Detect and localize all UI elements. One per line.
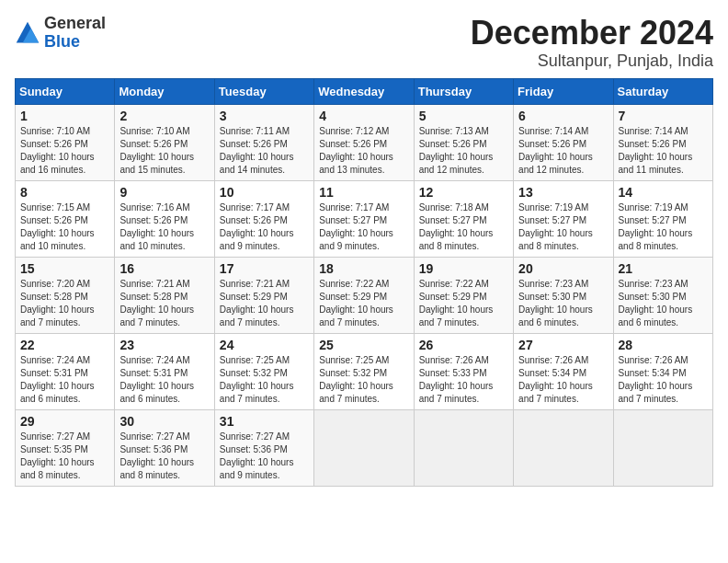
day-number: 7 <box>619 109 708 123</box>
day-info: Sunrise: 7:27 AM Sunset: 5:36 PM Dayligh… <box>220 431 294 480</box>
calendar-cell: 26 Sunrise: 7:26 AM Sunset: 5:33 PM Dayl… <box>414 333 513 409</box>
day-info: Sunrise: 7:14 AM Sunset: 5:26 PM Dayligh… <box>619 126 693 175</box>
calendar-cell: 14 Sunrise: 7:19 AM Sunset: 5:27 PM Dayl… <box>613 180 712 257</box>
day-number: 16 <box>119 261 209 276</box>
day-info: Sunrise: 7:11 AM Sunset: 5:26 PM Dayligh… <box>220 126 294 175</box>
title-area: December 2024 Sultanpur, Punjab, India <box>471 15 713 71</box>
day-info: Sunrise: 7:21 AM Sunset: 5:29 PM Dayligh… <box>220 279 294 327</box>
weekday-header-sunday: Sunday <box>16 78 115 104</box>
day-info: Sunrise: 7:27 AM Sunset: 5:35 PM Dayligh… <box>20 431 95 480</box>
logo-icon <box>15 20 40 46</box>
calendar-cell: 16 Sunrise: 7:21 AM Sunset: 5:28 PM Dayl… <box>115 257 214 333</box>
day-info: Sunrise: 7:21 AM Sunset: 5:28 PM Dayligh… <box>119 279 194 327</box>
day-number: 22 <box>20 338 109 352</box>
calendar-cell: 15 Sunrise: 7:20 AM Sunset: 5:28 PM Dayl… <box>16 257 115 333</box>
weekday-header-monday: Monday <box>115 78 214 104</box>
week-row-2: 8 Sunrise: 7:15 AM Sunset: 5:26 PM Dayli… <box>16 180 713 257</box>
week-row-5: 29 Sunrise: 7:27 AM Sunset: 5:35 PM Dayl… <box>16 409 713 486</box>
location-title: Sultanpur, Punjab, India <box>471 52 713 71</box>
calendar-cell <box>414 409 513 486</box>
day-info: Sunrise: 7:20 AM Sunset: 5:28 PM Dayligh… <box>20 279 95 327</box>
calendar-cell: 25 Sunrise: 7:25 AM Sunset: 5:32 PM Dayl… <box>314 333 414 409</box>
weekday-header-saturday: Saturday <box>613 78 712 104</box>
day-info: Sunrise: 7:17 AM Sunset: 5:27 PM Dayligh… <box>319 202 393 251</box>
day-number: 20 <box>518 261 608 276</box>
calendar-cell: 1 Sunrise: 7:10 AM Sunset: 5:26 PM Dayli… <box>16 104 115 180</box>
logo: General Blue <box>15 15 106 52</box>
day-info: Sunrise: 7:16 AM Sunset: 5:26 PM Dayligh… <box>119 202 194 251</box>
logo-blue: Blue <box>44 33 106 52</box>
calendar-cell: 10 Sunrise: 7:17 AM Sunset: 5:26 PM Dayl… <box>214 180 313 257</box>
calendar-cell <box>514 409 613 486</box>
calendar-cell: 13 Sunrise: 7:19 AM Sunset: 5:27 PM Dayl… <box>514 180 613 257</box>
day-number: 30 <box>119 414 209 429</box>
day-info: Sunrise: 7:24 AM Sunset: 5:31 PM Dayligh… <box>20 355 95 404</box>
day-number: 3 <box>220 109 309 123</box>
month-title: December 2024 <box>471 15 713 52</box>
calendar-cell: 31 Sunrise: 7:27 AM Sunset: 5:36 PM Dayl… <box>214 409 313 486</box>
day-number: 1 <box>20 109 109 123</box>
week-row-1: 1 Sunrise: 7:10 AM Sunset: 5:26 PM Dayli… <box>16 104 713 180</box>
weekday-header-tuesday: Tuesday <box>214 78 313 104</box>
calendar-cell: 23 Sunrise: 7:24 AM Sunset: 5:31 PM Dayl… <box>115 333 214 409</box>
calendar-cell: 5 Sunrise: 7:13 AM Sunset: 5:26 PM Dayli… <box>414 104 513 180</box>
day-number: 12 <box>419 185 508 200</box>
calendar-cell: 29 Sunrise: 7:27 AM Sunset: 5:35 PM Dayl… <box>16 409 115 486</box>
day-number: 4 <box>319 109 408 123</box>
calendar-cell: 30 Sunrise: 7:27 AM Sunset: 5:36 PM Dayl… <box>115 409 214 486</box>
day-info: Sunrise: 7:26 AM Sunset: 5:33 PM Dayligh… <box>419 355 494 404</box>
day-number: 8 <box>20 185 109 200</box>
calendar-cell: 9 Sunrise: 7:16 AM Sunset: 5:26 PM Dayli… <box>115 180 214 257</box>
day-info: Sunrise: 7:25 AM Sunset: 5:32 PM Dayligh… <box>220 355 294 404</box>
calendar-cell: 3 Sunrise: 7:11 AM Sunset: 5:26 PM Dayli… <box>214 104 313 180</box>
calendar-cell: 21 Sunrise: 7:23 AM Sunset: 5:30 PM Dayl… <box>613 257 712 333</box>
day-number: 5 <box>419 109 508 123</box>
day-info: Sunrise: 7:12 AM Sunset: 5:26 PM Dayligh… <box>319 126 393 175</box>
day-number: 6 <box>518 109 608 123</box>
week-row-4: 22 Sunrise: 7:24 AM Sunset: 5:31 PM Dayl… <box>16 333 713 409</box>
day-number: 29 <box>20 414 109 429</box>
weekday-header-thursday: Thursday <box>414 78 513 104</box>
calendar-cell: 2 Sunrise: 7:10 AM Sunset: 5:26 PM Dayli… <box>115 104 214 180</box>
day-info: Sunrise: 7:23 AM Sunset: 5:30 PM Dayligh… <box>518 279 593 327</box>
day-info: Sunrise: 7:24 AM Sunset: 5:31 PM Dayligh… <box>119 355 194 404</box>
calendar-cell: 7 Sunrise: 7:14 AM Sunset: 5:26 PM Dayli… <box>613 104 712 180</box>
calendar-cell: 27 Sunrise: 7:26 AM Sunset: 5:34 PM Dayl… <box>514 333 613 409</box>
calendar-cell: 24 Sunrise: 7:25 AM Sunset: 5:32 PM Dayl… <box>214 333 313 409</box>
day-number: 25 <box>319 338 408 352</box>
day-number: 28 <box>619 338 708 352</box>
calendar-cell <box>613 409 712 486</box>
day-info: Sunrise: 7:26 AM Sunset: 5:34 PM Dayligh… <box>619 355 693 404</box>
day-info: Sunrise: 7:19 AM Sunset: 5:27 PM Dayligh… <box>619 202 693 251</box>
calendar-cell: 4 Sunrise: 7:12 AM Sunset: 5:26 PM Dayli… <box>314 104 414 180</box>
day-info: Sunrise: 7:19 AM Sunset: 5:27 PM Dayligh… <box>518 202 593 251</box>
day-info: Sunrise: 7:22 AM Sunset: 5:29 PM Dayligh… <box>419 279 494 327</box>
day-number: 11 <box>319 185 408 200</box>
week-row-3: 15 Sunrise: 7:20 AM Sunset: 5:28 PM Dayl… <box>16 257 713 333</box>
day-number: 9 <box>119 185 209 200</box>
day-info: Sunrise: 7:17 AM Sunset: 5:26 PM Dayligh… <box>220 202 294 251</box>
calendar-cell: 11 Sunrise: 7:17 AM Sunset: 5:27 PM Dayl… <box>314 180 414 257</box>
logo-general: General <box>44 15 106 33</box>
day-number: 17 <box>220 261 309 276</box>
day-info: Sunrise: 7:22 AM Sunset: 5:29 PM Dayligh… <box>319 279 393 327</box>
day-number: 15 <box>20 261 109 276</box>
day-info: Sunrise: 7:13 AM Sunset: 5:26 PM Dayligh… <box>419 126 494 175</box>
calendar-cell: 18 Sunrise: 7:22 AM Sunset: 5:29 PM Dayl… <box>314 257 414 333</box>
day-number: 26 <box>419 338 508 352</box>
day-number: 27 <box>518 338 608 352</box>
day-info: Sunrise: 7:23 AM Sunset: 5:30 PM Dayligh… <box>619 279 693 327</box>
calendar-cell: 19 Sunrise: 7:22 AM Sunset: 5:29 PM Dayl… <box>414 257 513 333</box>
calendar-cell: 12 Sunrise: 7:18 AM Sunset: 5:27 PM Dayl… <box>414 180 513 257</box>
day-info: Sunrise: 7:18 AM Sunset: 5:27 PM Dayligh… <box>419 202 494 251</box>
day-number: 18 <box>319 261 408 276</box>
day-number: 14 <box>619 185 708 200</box>
calendar-cell: 17 Sunrise: 7:21 AM Sunset: 5:29 PM Dayl… <box>214 257 313 333</box>
day-number: 21 <box>619 261 708 276</box>
calendar-cell: 6 Sunrise: 7:14 AM Sunset: 5:26 PM Dayli… <box>514 104 613 180</box>
day-number: 10 <box>220 185 309 200</box>
page-header: General Blue December 2024 Sultanpur, Pu… <box>15 15 713 71</box>
weekday-header-friday: Friday <box>514 78 613 104</box>
weekday-header-wednesday: Wednesday <box>314 78 414 104</box>
day-info: Sunrise: 7:26 AM Sunset: 5:34 PM Dayligh… <box>518 355 593 404</box>
